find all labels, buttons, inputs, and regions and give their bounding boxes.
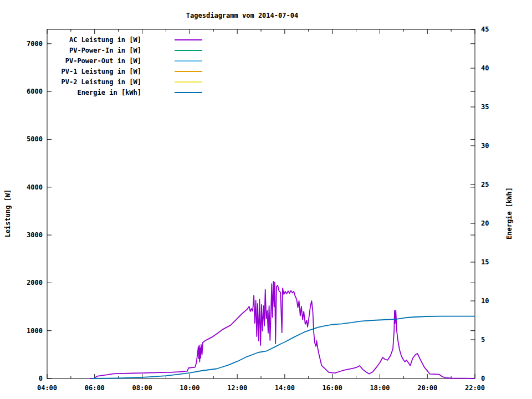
x-tick-label: 06:00: [85, 384, 105, 392]
x-tick-label: 12:00: [227, 384, 247, 392]
x-tick-label: 10:00: [180, 384, 200, 392]
y-right-tick-label: 30: [481, 142, 489, 150]
y-left-tick-label: 2000: [27, 279, 43, 287]
legend: AC Leistung in [W]PV-Power-In in [W]PV-P…: [0, 34, 202, 98]
left-axis-title: Leistung [W]: [4, 190, 12, 238]
series-line-energie-in-kwh-: [91, 316, 475, 378]
legend-item: PV-Power-Out in [W]: [0, 55, 202, 66]
y-left-tick-label: 0: [39, 375, 43, 382]
x-tick-label: 18:00: [370, 384, 390, 392]
y-right-tick-label: 35: [481, 103, 489, 111]
y-left-tick-label: 3000: [27, 231, 43, 239]
y-right-tick-label: 45: [481, 25, 489, 33]
x-tick-label: 16:00: [323, 384, 342, 392]
x-tick-label: 04:00: [37, 384, 57, 392]
series-line-ac-leistung-in-w-: [90, 282, 475, 378]
legend-item: PV-Power-In in [W]: [0, 45, 202, 55]
y-left-tick-label: 1000: [27, 327, 43, 335]
legend-label: Energie in [kWh]: [0, 89, 141, 96]
daily-pv-chart: 04:0006:0008:0010:0012:0014:0016:0018:00…: [0, 0, 532, 399]
legend-line-swatch: [175, 50, 202, 51]
legend-line-swatch: [175, 60, 202, 62]
y-right-tick-label: 5: [481, 336, 485, 344]
right-axis-title: Energie [kWh]: [505, 187, 513, 239]
y-right-tick-label: 0: [481, 375, 485, 382]
x-tick-label: 08:00: [132, 384, 152, 392]
legend-label: AC Leistung in [W]: [0, 36, 141, 44]
legend-label: PV-2 Leistung in [W]: [0, 78, 141, 86]
y-right-tick-label: 25: [481, 181, 489, 188]
legend-line-swatch: [175, 81, 202, 83]
legend-label: PV-Power-In in [W]: [0, 47, 141, 54]
x-tick-label: 14:00: [275, 384, 295, 392]
chart-title: Tagesdiagramm vom 2014-07-04: [47, 12, 437, 19]
y-left-tick-label: 4000: [27, 183, 43, 191]
legend-line-swatch: [175, 92, 202, 93]
y-left-tick-label: 5000: [27, 135, 43, 143]
y-right-tick-label: 20: [481, 219, 489, 227]
legend-item: PV-1 Leistung in [W]: [0, 66, 202, 76]
legend-label: PV-1 Leistung in [W]: [0, 68, 141, 75]
legend-item: Energie in [kWh]: [0, 87, 202, 98]
y-right-tick-label: 15: [481, 258, 489, 266]
y-right-ticks: 051015202530354045: [470, 25, 489, 382]
y-right-tick-label: 40: [481, 64, 489, 72]
legend-item: PV-2 Leistung in [W]: [0, 76, 202, 87]
legend-label: PV-Power-Out in [W]: [0, 57, 141, 65]
legend-line-swatch: [175, 39, 202, 40]
y-right-tick-label: 10: [481, 297, 489, 305]
legend-item: AC Leistung in [W]: [0, 34, 202, 45]
x-tick-label: 22:00: [465, 384, 485, 392]
x-tick-label: 20:00: [417, 384, 437, 392]
legend-line-swatch: [175, 71, 202, 72]
